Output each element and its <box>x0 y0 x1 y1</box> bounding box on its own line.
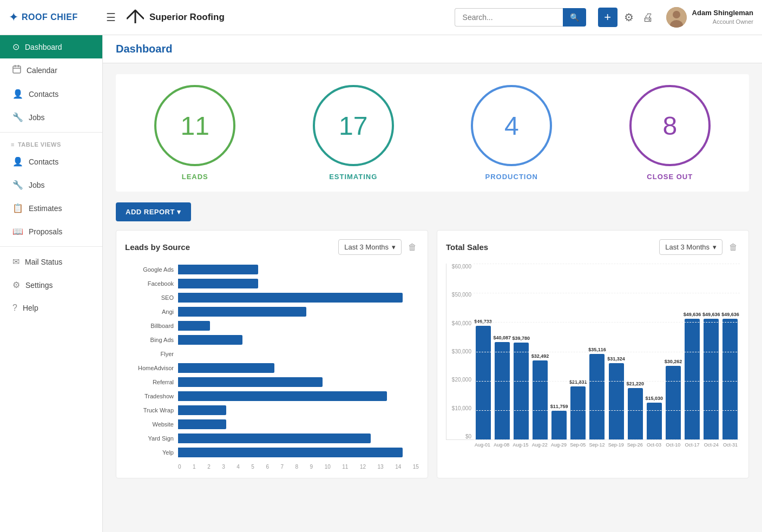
delete-leads-chart-button[interactable]: 🗑 <box>406 240 419 254</box>
app-header: ✦ ROOF CHIEF ☰ Superior Roofing 🔍 + ⚙ 🖨 <box>0 0 762 35</box>
v-bar-value: $21,831 <box>569 380 587 385</box>
sidebar-item-mail-status[interactable]: ✉ Mail Status <box>0 250 102 273</box>
tv-jobs-icon: 🔧 <box>12 180 23 190</box>
sidebar-item-contacts[interactable]: 👤 Contacts <box>0 82 102 106</box>
bar-row: Truck Wrap <box>125 404 419 416</box>
v-bar-x-label: Aug-01 <box>473 442 492 448</box>
svg-point-2 <box>673 11 680 18</box>
bar-axis-label: 9 <box>310 464 313 469</box>
sidebar-item-label: Jobs <box>29 113 45 122</box>
bar-track <box>178 293 419 303</box>
v-bar-col: $49,636 <box>702 312 721 439</box>
bar-axis-label: 0 <box>178 464 181 469</box>
search-input[interactable] <box>455 8 563 27</box>
sidebar-item-tv-estimates[interactable]: 📋 Estimates <box>0 196 102 220</box>
total-sales-card: Total Sales Last 3 Months ▾ 🗑 $60,000$50… <box>437 230 749 478</box>
mail-icon: ✉ <box>12 257 19 267</box>
sidebar-item-label: Contacts <box>29 90 58 98</box>
v-bar-x-label: Oct-31 <box>721 442 740 448</box>
v-bar-col: $32,492 <box>530 354 549 439</box>
v-grid-line <box>474 439 740 440</box>
add-button[interactable]: + <box>598 8 618 27</box>
bar-axis-label: 4 <box>237 464 240 469</box>
bar-axis-label: 5 <box>251 464 254 469</box>
sidebar-item-calendar[interactable]: Calendar <box>0 58 102 82</box>
sidebar-item-dashboard[interactable]: ⊙ Dashboard <box>0 35 102 58</box>
v-bar-col: $49,636 <box>683 312 702 439</box>
add-report-button[interactable]: ADD REPORT ▾ <box>116 202 191 221</box>
bar-axis-label: 15 <box>413 464 419 469</box>
main-content: Dashboard 11 LEADS 17 ESTIMATING 4 PRODU… <box>103 35 762 532</box>
delete-sales-chart-button[interactable]: 🗑 <box>727 240 740 254</box>
date-range-sales[interactable]: Last 3 Months ▾ <box>659 239 722 255</box>
v-y-label: $60,000 <box>446 264 474 270</box>
kpi-value-leads: 11 <box>181 111 209 141</box>
kpi-estimating[interactable]: 17 ESTIMATING <box>274 85 433 181</box>
bar-fill <box>178 448 403 457</box>
sales-bar-chart: $60,000$50,000$40,000$30,000$20,000$10,0… <box>446 264 740 448</box>
v-bar-value: $11,759 <box>550 404 568 409</box>
page-title: Dashboard <box>116 43 749 55</box>
bar-axis-label: 1 <box>193 464 196 469</box>
v-bar-x-label: Aug-29 <box>549 442 568 448</box>
bar-label: Referral <box>125 379 174 385</box>
v-bar-col: $39,780 <box>511 336 530 439</box>
v-bar-col: $46,733 <box>474 319 492 439</box>
hamburger-button[interactable]: ☰ <box>102 9 120 26</box>
bar-track <box>178 363 419 373</box>
v-bar-x-label: Oct-17 <box>682 442 701 448</box>
sidebar-item-settings[interactable]: ⚙ Settings <box>0 273 102 297</box>
v-y-label: $20,000 <box>446 377 474 383</box>
kpi-production[interactable]: 4 PRODUCTION <box>432 85 591 181</box>
bar-label: Bing Ads <box>125 337 174 343</box>
bar-track <box>178 279 419 288</box>
kpi-value-estimating: 17 <box>339 111 367 141</box>
search-area: 🔍 <box>455 8 586 27</box>
table-views-label: ≡ TABLE VIEWS <box>0 136 102 150</box>
date-range-leads[interactable]: Last 3 Months ▾ <box>338 239 402 255</box>
sidebar-item-help[interactable]: ? Help <box>0 297 102 319</box>
bar-axis-label: 11 <box>342 464 348 469</box>
bar-row: Yelp <box>125 446 419 458</box>
bar-row: Yard Sign <box>125 432 419 444</box>
company-logo-icon <box>127 8 144 27</box>
bar-fill <box>178 434 371 443</box>
sidebar-item-label: Jobs <box>29 181 45 189</box>
bar-axis-label: 6 <box>266 464 269 469</box>
leads-bar-chart: Google Ads Facebook SEO Angi Billboard B… <box>125 264 419 469</box>
company-name: Superior Roofing <box>149 12 225 23</box>
bar-track <box>178 391 419 401</box>
bar-row: Angi <box>125 306 419 318</box>
v-bar-col: $21,220 <box>626 382 645 439</box>
print-icon[interactable]: 🖨 <box>640 9 655 26</box>
sidebar-divider-1 <box>0 132 102 133</box>
bar-label: Yard Sign <box>125 435 174 442</box>
v-bar-col: $21,831 <box>569 380 588 439</box>
chart-controls-leads: Last 3 Months ▾ 🗑 <box>338 239 419 255</box>
sidebar-item-tv-proposals[interactable]: 📖 Proposals <box>0 220 102 243</box>
v-bar <box>628 388 643 439</box>
v-bar-x-label: Oct-24 <box>702 442 721 448</box>
v-y-label: $50,000 <box>446 292 474 298</box>
bar-label: HomeAdvisor <box>125 365 174 371</box>
search-button[interactable]: 🔍 <box>563 8 586 27</box>
sidebar-item-label: Settings <box>25 281 53 290</box>
kpi-leads[interactable]: 11 LEADS <box>116 85 274 181</box>
v-bar-value: $49,636 <box>684 312 701 317</box>
v-bar <box>704 319 719 439</box>
bar-fill <box>178 279 258 288</box>
sidebar-item-label: Contacts <box>29 157 58 166</box>
sidebar-item-jobs[interactable]: 🔧 Jobs <box>0 106 102 129</box>
kpi-label-closeout: CLOSE OUT <box>647 173 693 181</box>
kpi-closeout[interactable]: 8 CLOSE OUT <box>591 85 750 181</box>
settings-icon[interactable]: ⚙ <box>622 9 636 26</box>
v-y-label: $0 <box>446 434 474 439</box>
sidebar-item-tv-contacts[interactable]: 👤 Contacts <box>0 150 102 173</box>
svg-rect-4 <box>13 66 21 73</box>
v-bar-col: $11,759 <box>550 404 569 439</box>
sidebar-item-tv-jobs[interactable]: 🔧 Jobs <box>0 173 102 196</box>
bar-label: Angi <box>125 308 174 315</box>
v-bar <box>666 366 681 439</box>
bar-track <box>178 349 419 359</box>
bar-axis-label: 10 <box>325 464 331 469</box>
